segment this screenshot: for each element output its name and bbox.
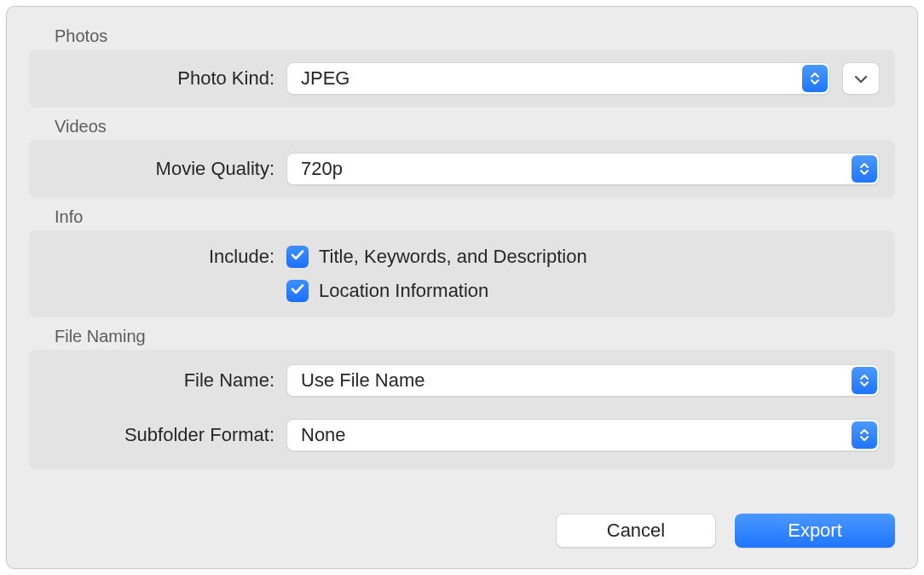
cancel-button-label: Cancel xyxy=(607,520,665,542)
photo-kind-disclosure-button[interactable] xyxy=(842,62,880,95)
include-title-keywords-checkbox[interactable] xyxy=(286,246,309,268)
subfolder-format-label: Subfolder Format: xyxy=(44,424,274,446)
chevron-down-icon xyxy=(853,67,869,90)
file-name-label: File Name: xyxy=(44,369,274,392)
export-button[interactable]: Export xyxy=(735,514,895,548)
updown-icon xyxy=(852,421,877,449)
photo-kind-value: JPEG xyxy=(301,67,349,90)
photo-kind-label: Photo Kind: xyxy=(44,67,274,90)
section-heading-photos: Photos xyxy=(55,24,895,48)
dialog-footer: Cancel Export xyxy=(556,514,895,548)
checkmark-icon xyxy=(290,280,305,302)
checkmark-icon xyxy=(290,246,305,268)
updown-icon xyxy=(802,65,828,92)
section-body-videos: Movie Quality: 720p xyxy=(29,140,895,198)
file-name-popup[interactable]: Use File Name xyxy=(286,364,880,397)
include-location-checkbox[interactable] xyxy=(286,280,309,302)
photo-kind-popup[interactable]: JPEG xyxy=(286,62,830,95)
updown-icon xyxy=(852,367,877,394)
cancel-button[interactable]: Cancel xyxy=(556,514,716,548)
movie-quality-value: 720p xyxy=(301,158,343,180)
file-name-value: Use File Name xyxy=(301,369,424,392)
section-heading-info: Info xyxy=(55,205,895,229)
include-label: Include: xyxy=(44,244,274,268)
movie-quality-label: Movie Quality: xyxy=(44,158,274,180)
updown-icon xyxy=(852,155,877,183)
subfolder-format-value: None xyxy=(301,424,346,446)
include-location-label: Location Information xyxy=(319,280,488,302)
section-body-info: Include: Title, Keywords, and Descriptio… xyxy=(29,230,895,317)
export-dialog: Photos Photo Kind: JPEG Videos Movie Qua… xyxy=(6,6,918,569)
section-heading-videos: Videos xyxy=(55,114,895,138)
section-body-photos: Photo Kind: JPEG xyxy=(29,49,895,107)
movie-quality-popup[interactable]: 720p xyxy=(286,153,880,185)
section-body-filenaming: File Name: Use File Name Subfolder Forma… xyxy=(29,350,895,469)
subfolder-format-popup[interactable]: None xyxy=(286,419,880,451)
export-button-label: Export xyxy=(788,520,842,542)
include-title-keywords-label: Title, Keywords, and Description xyxy=(319,246,587,268)
section-heading-filenaming: File Naming xyxy=(55,324,895,348)
